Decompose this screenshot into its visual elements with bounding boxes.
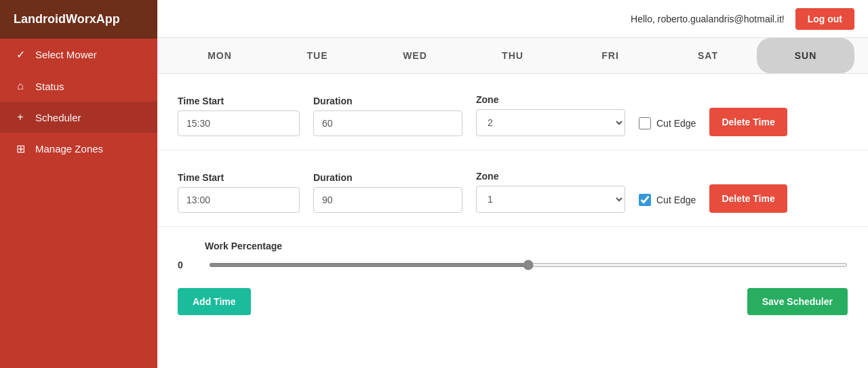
greeting-text: Hello, roberto.gualandris@hotmail.it!: [631, 14, 785, 24]
time-start-group-row1: Time Start: [178, 96, 300, 136]
zone-label-row2: Zone: [476, 171, 625, 182]
sidebar: LandroidWorxApp ✓Select Mower⌂Status+Sch…: [0, 0, 157, 368]
duration-input-row1[interactable]: [313, 110, 462, 136]
work-percentage-slider[interactable]: [209, 263, 848, 267]
sidebar-icon-scheduler: +: [14, 111, 27, 123]
day-tab-fri[interactable]: FRI: [561, 38, 659, 73]
sidebar-label-scheduler: Scheduler: [35, 112, 81, 123]
duration-group-row2: Duration: [313, 172, 462, 213]
sidebar-icon-status: ⌂: [14, 80, 27, 92]
day-tab-thu[interactable]: THU: [464, 38, 561, 73]
time-start-label-row2: Time Start: [178, 172, 300, 183]
cut-edge-group-row2: Cut Edge: [639, 194, 696, 213]
work-percentage-value: 0: [178, 260, 198, 270]
schedule-row-row2: Time Start Duration Zone 1 2 3 4 Cut Edg…: [178, 171, 848, 213]
actions-row: Add Time Save Scheduler: [157, 277, 868, 329]
add-time-button[interactable]: Add Time: [178, 288, 251, 315]
day-tabs: MONTUEWEDTHUFRISATSUN: [157, 38, 868, 74]
schedule-section-row2: Time Start Duration Zone 1 2 3 4 Cut Edg…: [157, 150, 868, 227]
sidebar-item-select-mower[interactable]: ✓Select Mower: [0, 39, 157, 70]
cut-edge-checkbox-row1[interactable]: [639, 117, 651, 129]
sidebar-label-manage-zones: Manage Zones: [35, 143, 103, 155]
sidebar-icon-select-mower: ✓: [14, 48, 27, 61]
sidebar-nav: ✓Select Mower⌂Status+Scheduler⊞Manage Zo…: [0, 39, 157, 165]
time-start-input-row1[interactable]: [178, 110, 300, 136]
work-percentage-section: Work Percentage 0: [157, 227, 868, 277]
main-area: Hello, roberto.gualandris@hotmail.it! Lo…: [157, 0, 868, 368]
time-start-input-row2[interactable]: [178, 187, 300, 213]
schedule-section-row1: Time Start Duration Zone 1 2 3 4 Cut Edg…: [157, 74, 868, 150]
zone-select-row2[interactable]: 1 2 3 4: [476, 186, 625, 213]
duration-label-row1: Duration: [313, 96, 462, 106]
cut-edge-label-row2: Cut Edge: [656, 195, 696, 205]
zone-select-row1[interactable]: 1 2 3 4: [476, 109, 625, 136]
day-tab-mon[interactable]: MON: [171, 38, 269, 73]
logout-button[interactable]: Log out: [795, 8, 854, 30]
schedule-rows-container: Time Start Duration Zone 1 2 3 4 Cut Edg…: [157, 74, 868, 227]
zone-group-row1: Zone 1 2 3 4: [476, 94, 625, 136]
zone-group-row2: Zone 1 2 3 4: [476, 171, 625, 213]
work-percentage-row: 0: [178, 260, 848, 270]
sidebar-item-scheduler[interactable]: +Scheduler: [0, 102, 157, 133]
cut-edge-checkbox-row2[interactable]: [639, 194, 651, 206]
time-start-label-row1: Time Start: [178, 96, 300, 106]
day-tab-tue[interactable]: TUE: [269, 38, 366, 73]
cut-edge-label-row1: Cut Edge: [656, 118, 696, 129]
day-tab-wed[interactable]: WED: [366, 38, 464, 73]
app-title: LandroidWorxApp: [0, 0, 157, 39]
topbar: Hello, roberto.gualandris@hotmail.it! Lo…: [157, 0, 868, 38]
sidebar-item-manage-zones[interactable]: ⊞Manage Zones: [0, 133, 157, 165]
day-tab-sun[interactable]: SUN: [757, 38, 854, 73]
duration-label-row2: Duration: [313, 172, 462, 183]
time-start-group-row2: Time Start: [178, 172, 300, 213]
delete-time-button-row2[interactable]: Delete Time: [709, 184, 787, 213]
cut-edge-group-row1: Cut Edge: [639, 117, 696, 136]
sidebar-icon-manage-zones: ⊞: [14, 142, 27, 155]
delete-time-button-row1[interactable]: Delete Time: [709, 108, 787, 136]
duration-group-row1: Duration: [313, 96, 462, 136]
schedule-row-row1: Time Start Duration Zone 1 2 3 4 Cut Edg…: [178, 94, 848, 136]
sidebar-label-select-mower: Select Mower: [35, 49, 97, 60]
sidebar-label-status: Status: [35, 81, 64, 92]
work-percentage-label: Work Percentage: [205, 241, 848, 251]
save-scheduler-button[interactable]: Save Scheduler: [747, 288, 848, 315]
day-tab-sat[interactable]: SAT: [659, 38, 757, 73]
duration-input-row2[interactable]: [313, 187, 462, 213]
zone-label-row1: Zone: [476, 94, 625, 105]
sidebar-item-status[interactable]: ⌂Status: [0, 70, 157, 102]
content-area: MONTUEWEDTHUFRISATSUN Time Start Duratio…: [157, 38, 868, 368]
